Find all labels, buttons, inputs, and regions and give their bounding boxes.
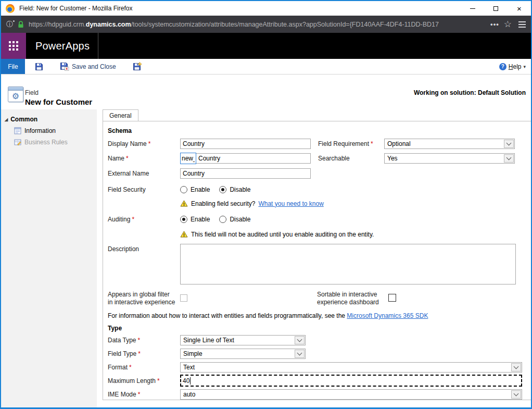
ime-mode-label: IME Mode*	[108, 391, 180, 398]
data-type-select[interactable]: Single Line of Text	[180, 335, 306, 345]
close-button[interactable]: ×	[508, 1, 531, 16]
sortable-label: Sortable in interactive experience dashb…	[317, 291, 388, 306]
field-security-warning: ! Enabling field security? What you need…	[180, 200, 515, 207]
lock-icon[interactable]	[18, 21, 24, 28]
url-input[interactable]: https://hdpguid.crm.dynamics.com/tools/s…	[29, 21, 486, 28]
auditing-enable-radio[interactable]: Enable	[180, 216, 210, 223]
auditing-radio-group: Enable Disable	[180, 216, 515, 223]
field-entity-icon: ⚙	[8, 86, 23, 102]
address-bar: ⓘ https://hdpguid.crm.dynamics.com/tools…	[1, 16, 531, 33]
site-info-icon[interactable]: ⓘ	[6, 21, 13, 28]
brand-powerapps: PowerApps	[26, 33, 98, 59]
sortable-checkbox[interactable]	[388, 294, 396, 302]
url-path: /tools/systemcustomization/attributes/ma…	[131, 21, 439, 28]
dropdown-button[interactable]	[295, 350, 305, 358]
tab-general[interactable]: General	[103, 109, 138, 121]
close-icon: ×	[517, 5, 522, 13]
content: General Schema Display Name* Field Requi…	[97, 109, 532, 407]
sdk-link[interactable]: Microsoft Dynamics 365 SDK	[347, 312, 428, 319]
field-security-disable-radio[interactable]: Disable	[219, 186, 250, 193]
interactive-experience-row: Appears in global filter in interactive …	[108, 291, 522, 306]
field-security-warning-link[interactable]: What you need to know	[258, 200, 323, 207]
dropdown-button[interactable]	[511, 363, 521, 371]
dropdown-button[interactable]	[504, 154, 514, 163]
name-prefix-input[interactable]	[180, 153, 196, 164]
searchable-select[interactable]: Yes	[384, 153, 515, 164]
sidebar-item-business-rules[interactable]: Business Rules	[1, 139, 97, 146]
text-cursor	[190, 377, 191, 385]
chevron-down-icon	[506, 155, 512, 160]
app-header: PowerApps	[1, 33, 531, 59]
auditing-warning-text: This field will not be audited until you…	[191, 231, 374, 238]
dropdown-button[interactable]	[295, 336, 305, 344]
sidebar-group-common[interactable]: ◢ Common	[1, 116, 97, 123]
chevron-down-icon: ▾	[523, 64, 526, 69]
save-button[interactable]	[33, 61, 45, 72]
help-icon: ?	[499, 63, 506, 70]
app-launcher-button[interactable]	[1, 33, 26, 59]
field-security-label: Field Security	[108, 186, 180, 193]
radio-icon	[180, 186, 187, 193]
sdk-note: For information about how to interact wi…	[108, 312, 522, 319]
help-button[interactable]: ? Help ▾	[499, 63, 531, 70]
url-scheme-host: https://hdpguid.crm.	[29, 21, 86, 28]
save-and-new-button[interactable]	[131, 61, 144, 72]
save-and-close-button[interactable]: x Save and Close	[58, 61, 118, 72]
save-and-close-label: Save and Close	[72, 63, 116, 70]
working-on-solution: Working on solution: Default Solution	[414, 89, 526, 96]
maximum-length-input[interactable]: 40	[180, 375, 522, 387]
bookmark-star-icon[interactable]: ☆	[504, 20, 512, 29]
business-rules-icon	[14, 139, 21, 146]
save-and-new-icon	[133, 62, 142, 71]
radio-selected-icon	[180, 216, 187, 223]
warning-icon: !	[180, 200, 188, 207]
menu-icon[interactable]	[518, 21, 526, 28]
display-name-input[interactable]	[180, 139, 311, 149]
page-actions-icon[interactable]: •••	[490, 20, 499, 28]
tree-expander-icon[interactable]: ◢	[5, 117, 8, 122]
sidebar-item-information[interactable]: Information	[1, 127, 97, 134]
auditing-disable-radio[interactable]: Disable	[219, 216, 250, 223]
svg-text:x: x	[66, 67, 68, 70]
external-name-input[interactable]	[180, 168, 311, 179]
window-title: Field: New for Customer - Mozilla Firefo…	[19, 5, 132, 12]
page-header: ⚙ Field New for Customer Working on solu…	[1, 75, 531, 109]
firefox-icon	[6, 4, 15, 13]
sidebar: ◢ Common Information	[1, 109, 97, 407]
chevron-down-icon	[297, 350, 302, 355]
save-icon	[35, 63, 43, 71]
display-name-label: Display Name*	[108, 140, 180, 147]
file-tab[interactable]: File	[1, 59, 25, 74]
schema-heading: Schema	[108, 127, 522, 134]
field-type-select[interactable]: Simple	[180, 349, 306, 359]
dropdown-button[interactable]	[511, 390, 521, 399]
name-input[interactable]	[196, 153, 311, 164]
global-filter-checkbox[interactable]	[180, 294, 187, 302]
ime-mode-select[interactable]: auto	[180, 389, 522, 400]
format-select[interactable]: Text	[180, 362, 522, 373]
field-requirement-select[interactable]: Optional	[384, 139, 515, 149]
description-textarea[interactable]	[180, 244, 516, 284]
field-security-warning-text: Enabling field security?	[191, 200, 255, 207]
maximize-button[interactable]	[484, 1, 508, 16]
maximize-icon	[493, 6, 498, 11]
warning-icon: !	[180, 231, 188, 238]
chevron-down-icon	[506, 140, 512, 145]
field-type-label: Field Type*	[108, 350, 180, 357]
form-panel: Schema Display Name* Field Requirement* …	[103, 121, 532, 400]
minimize-icon	[470, 8, 475, 9]
radio-icon	[219, 216, 226, 223]
page-title: New for Customer	[25, 97, 92, 106]
svg-text:!: !	[183, 232, 185, 238]
ribbon: File x Save a	[1, 59, 531, 75]
type-heading: Type	[108, 325, 522, 332]
description-label: Description	[108, 244, 180, 253]
minimize-button[interactable]	[461, 1, 484, 16]
format-label: Format*	[108, 364, 180, 371]
help-label: Help	[509, 63, 522, 70]
field-security-enable-radio[interactable]: Enable	[180, 186, 210, 193]
dropdown-button[interactable]	[504, 140, 514, 148]
auditing-warning: ! This field will not be audited until y…	[180, 231, 515, 238]
chevron-down-icon	[514, 364, 519, 369]
auditing-label: Auditing*	[108, 216, 180, 223]
